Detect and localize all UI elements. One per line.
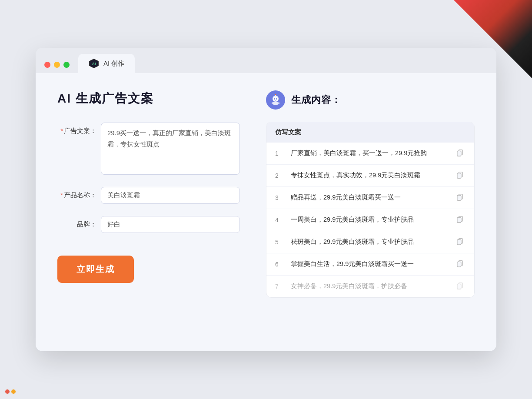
svg-rect-19 (457, 195, 461, 200)
copy-button[interactable] (456, 193, 466, 203)
result-row: 3赠品再送，29.9元美白淡斑霜买一送一 (266, 187, 474, 209)
result-number: 1 (275, 150, 284, 157)
tab-label: AI 创作 (103, 60, 124, 68)
result-number: 3 (275, 194, 284, 201)
result-number: 2 (275, 172, 284, 179)
result-row: 2专抹女性斑点，真实功效，29.9元美白淡斑霜 (266, 165, 474, 187)
deco-dot-red (5, 389, 10, 394)
minimize-button[interactable] (54, 62, 60, 68)
svg-rect-11 (278, 102, 279, 104)
result-number: 5 (275, 239, 284, 246)
results-table-header: 仿写文案 (266, 122, 474, 143)
result-number: 6 (275, 261, 284, 268)
ai-tab-icon: AI (89, 58, 99, 69)
brand-label: 品牌： (57, 216, 96, 229)
result-number: 4 (275, 216, 284, 223)
right-header: 生成内容： (266, 90, 475, 110)
copy-button[interactable] (456, 171, 466, 180)
result-row: 6掌握美白生活，29.9元美白淡斑霜买一送一 (266, 253, 474, 276)
required-star-ad: * (60, 127, 63, 134)
svg-rect-16 (457, 173, 461, 178)
results-table: 仿写文案 1厂家直销，美白淡斑霜，买一送一，29.9元抢购 2专抹女性斑点，真实… (266, 122, 475, 298)
svg-text:AI: AI (92, 62, 96, 66)
page-title: AI 生成广告文案 (57, 90, 240, 107)
svg-point-5 (276, 98, 277, 100)
robot-icon (270, 94, 281, 106)
result-row: 1厂家直销，美白淡斑霜，买一送一，29.9元抢购 (266, 143, 474, 165)
window-controls (44, 62, 70, 73)
maximize-button[interactable] (63, 62, 70, 68)
ad-text-label: *广告文案： (57, 123, 96, 135)
svg-rect-9 (273, 102, 278, 105)
close-button[interactable] (44, 62, 50, 68)
browser-titlebar: AI AI 创作 (36, 48, 496, 73)
result-text: 掌握美白生活，29.9元美白淡斑霜买一送一 (291, 259, 449, 269)
browser-content: AI 生成广告文案 *广告文案： 29.9买一送一，真正的厂家直销，美白淡斑霜，… (36, 73, 496, 351)
copy-button[interactable] (456, 259, 466, 269)
copy-button[interactable] (456, 215, 466, 225)
svg-rect-31 (457, 284, 461, 289)
svg-rect-6 (275, 100, 276, 100)
result-number: 7 (275, 283, 284, 290)
svg-point-8 (275, 94, 276, 95)
result-text: 专抹女性斑点，真实功效，29.9元美白淡斑霜 (291, 171, 449, 180)
product-label: *产品名称： (57, 187, 96, 200)
deco-dot-orange (11, 389, 16, 394)
svg-rect-10 (272, 102, 273, 104)
right-title: 生成内容： (291, 93, 341, 106)
result-text: 祛斑美白，29.9元美白淡斑霜，专业护肤品 (291, 237, 449, 247)
svg-rect-22 (457, 217, 461, 223)
copy-button[interactable] (456, 237, 466, 247)
result-text: 女神必备，29.9元美白淡斑霜，护肤必备 (291, 282, 449, 291)
result-text: 赠品再送，29.9元美白淡斑霜买一送一 (291, 193, 449, 203)
form-row-product: *产品名称： (57, 187, 240, 204)
bg-decoration-bottom-left (0, 384, 21, 399)
robot-icon-wrap (266, 90, 285, 110)
svg-rect-28 (457, 262, 461, 267)
form-row-ad-text: *广告文案： 29.9买一送一，真正的厂家直销，美白淡斑霜，专抹女性斑点 (57, 123, 240, 175)
left-panel: AI 生成广告文案 *广告文案： 29.9买一送一，真正的厂家直销，美白淡斑霜，… (57, 90, 240, 334)
brand-input[interactable] (101, 216, 240, 233)
browser-window: AI AI 创作 AI 生成广告文案 *广告文案： 29.9买一送一，真正的厂家… (36, 48, 496, 351)
svg-rect-25 (457, 239, 461, 245)
generate-button[interactable]: 立即生成 (57, 256, 134, 283)
result-row: 5祛斑美白，29.9元美白淡斑霜，专业护肤品 (266, 231, 474, 253)
ad-text-input[interactable]: 29.9买一送一，真正的厂家直销，美白淡斑霜，专抹女性斑点 (101, 123, 240, 175)
svg-rect-13 (457, 151, 461, 156)
result-row: 4一周美白，29.9元美白淡斑霜，专业护肤品 (266, 209, 474, 231)
svg-point-4 (274, 98, 275, 100)
results-list: 1厂家直销，美白淡斑霜，买一送一，29.9元抢购 2专抹女性斑点，真实功效，29… (266, 143, 474, 297)
product-input[interactable] (101, 187, 240, 204)
required-star-product: * (60, 191, 63, 199)
browser-tab[interactable]: AI AI 创作 (78, 54, 135, 73)
form-row-brand: 品牌： (57, 216, 240, 233)
copy-button[interactable] (456, 149, 466, 158)
result-text: 一周美白，29.9元美白淡斑霜，专业护肤品 (291, 215, 449, 225)
result-text: 厂家直销，美白淡斑霜，买一送一，29.9元抢购 (291, 149, 449, 158)
right-panel: 生成内容： 仿写文案 1厂家直销，美白淡斑霜，买一送一，29.9元抢购 2专抹女… (266, 90, 475, 334)
copy-button[interactable] (456, 282, 466, 291)
result-row: 7女神必备，29.9元美白淡斑霜，护肤必备 (266, 276, 474, 297)
